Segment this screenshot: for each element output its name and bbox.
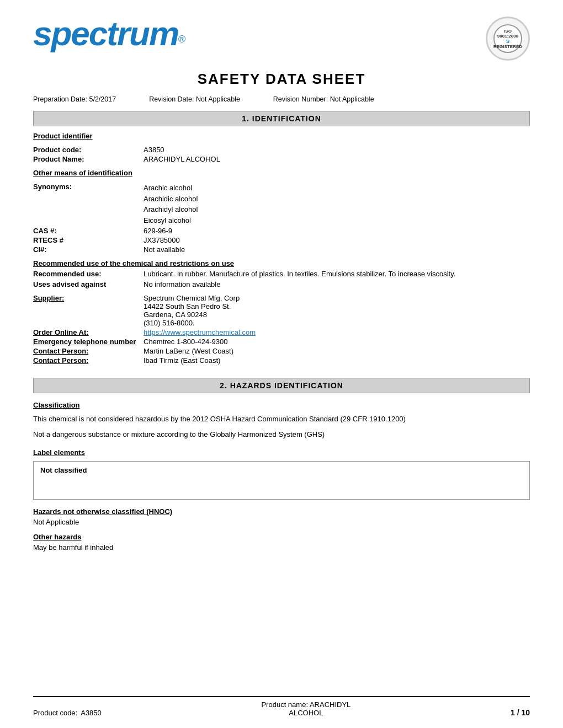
not-classified-box: Not classified xyxy=(33,461,530,500)
contact1-row: Contact Person: Martin LaBenz (West Coas… xyxy=(33,347,530,355)
rec-use-section-label: Recommended use of the chemical and rest… xyxy=(33,259,530,267)
other-means-label: Other means of identification xyxy=(33,169,530,177)
other-hazards-label: Other hazards xyxy=(33,533,530,541)
rev-num-field: Revision Number: Not Applicable xyxy=(273,95,374,103)
contact2-label: Contact Person: xyxy=(33,356,144,365)
synonym-4: Eicosyl alcohol xyxy=(144,215,198,226)
rec-use-row: Recommended use: Lubricant. In rubber. M… xyxy=(33,270,530,278)
contact2-val: Ibad Tirmiz (East Coast) xyxy=(144,356,220,365)
supplier-addr1: 14422 South San Pedro St. xyxy=(144,302,240,311)
order-online-url[interactable]: https://www.spectrumchemical.com xyxy=(144,328,256,336)
footer-product-code-label: Product code: xyxy=(33,709,77,717)
rev-num-val: Not Applicable xyxy=(330,95,374,103)
section2-content: Classification This chemical is not cons… xyxy=(33,401,530,552)
spectrum-logo: spectrum® xyxy=(33,17,185,51)
footer-product-name-val: ARACHIDYL xyxy=(310,700,350,709)
rev-date-label: Revision Date: xyxy=(149,95,194,103)
rec-use-val: Lubricant. In rubber. Manufacture of pla… xyxy=(144,270,530,278)
supplier-name: Spectrum Chemical Mfg. Corp xyxy=(144,294,240,302)
product-code-label: Product code: xyxy=(33,146,144,154)
supplier-address: Spectrum Chemical Mfg. Corp 14422 South … xyxy=(144,294,240,327)
cas-label: CAS #: xyxy=(33,227,144,235)
iso-registered: REGISTERED xyxy=(493,44,522,49)
page-footer: Product code: A3850 Product name: ARACHI… xyxy=(33,696,530,717)
emergency-row: Emergency telephone number Chemtrec 1-80… xyxy=(33,338,530,346)
footer-product-code-val: A3850 xyxy=(81,709,102,717)
product-code-row: Product code: A3850 xyxy=(33,146,530,154)
hnoc-label: Hazards not otherwise classified (HNOC) xyxy=(33,507,530,516)
rev-date-field: Revision Date: Not Applicable xyxy=(149,95,240,103)
footer-left: Product code: A3850 xyxy=(33,709,102,717)
footer-product-name-val2: ALCOHOL xyxy=(289,709,323,717)
page-header: spectrum® ISO 9001:2008 S REGISTERED xyxy=(33,17,530,61)
cas-row: CAS #: 629-96-9 xyxy=(33,227,530,235)
other-means-group: Other means of identification xyxy=(33,169,530,177)
footer-page: 1 / 10 xyxy=(511,708,530,717)
synonym-1: Arachic alcohol xyxy=(144,183,198,194)
ci-row: CI#: Not available xyxy=(33,245,530,254)
footer-product-name-label: Product name: xyxy=(261,700,308,709)
synonyms-list: Arachic alcohol Arachidic alcohol Arachi… xyxy=(144,183,198,226)
emergency-label: Emergency telephone number xyxy=(33,338,144,346)
rev-date-val: Not Applicable xyxy=(196,95,240,103)
product-identifier-group: Product identifier xyxy=(33,132,530,140)
classification-label: Classification xyxy=(33,401,530,409)
prep-date-label: Preparation Date: xyxy=(33,95,87,103)
rtecs-val: JX3785000 xyxy=(144,236,530,244)
supplier-label: Supplier: xyxy=(33,294,144,327)
uses-advised-label: Uses advised against xyxy=(33,280,144,288)
rtecs-row: RTECS # JX3785000 xyxy=(33,236,530,244)
ci-val: Not available xyxy=(144,245,530,254)
synonyms-label: Synonyms: xyxy=(33,183,144,226)
product-name-val: ARACHIDYL ALCOHOL xyxy=(144,155,530,163)
synonym-2: Arachidic alcohol xyxy=(144,194,198,205)
rev-num-label: Revision Number: xyxy=(273,95,328,103)
order-online-row: Order Online At: https://www.spectrumche… xyxy=(33,328,530,336)
cas-val: 629-96-9 xyxy=(144,227,530,235)
uses-advised-row: Uses advised against No information avai… xyxy=(33,280,530,288)
contact1-val: Martin LaBenz (West Coast) xyxy=(144,347,233,355)
section2-header: 2. HAZARDS IDENTIFICATION xyxy=(33,378,530,393)
not-classified-val: Not classified xyxy=(40,466,87,474)
classification-text1: This chemical is not considered hazardou… xyxy=(33,414,530,425)
order-online-label: Order Online At: xyxy=(33,328,144,336)
contact1-label: Contact Person: xyxy=(33,347,144,355)
supplier-addr2: Gardena, CA 90248 xyxy=(144,311,240,319)
product-name-row: Product Name: ARACHIDYL ALCOHOL xyxy=(33,155,530,163)
synonyms-block: Synonyms: Arachic alcohol Arachidic alco… xyxy=(33,183,530,226)
footer-center: Product name: ARACHIDYL ALCOHOL xyxy=(261,700,350,717)
iso-label: ISO 9001:2008 xyxy=(495,29,521,39)
prep-date-val: 5/2/2017 xyxy=(89,95,116,103)
iso-s-letter: S xyxy=(506,39,509,44)
supplier-row: Supplier: Spectrum Chemical Mfg. Corp 14… xyxy=(33,294,530,327)
contact2-row: Contact Person: Ibad Tirmiz (East Coast) xyxy=(33,356,530,365)
logo-text: spectrum xyxy=(33,14,178,52)
emergency-val: Chemtrec 1-800-424-9300 xyxy=(144,338,227,346)
rtecs-label: RTECS # xyxy=(33,236,144,244)
page-title: SAFETY DATA SHEET xyxy=(33,71,530,88)
product-name-label: Product Name: xyxy=(33,155,144,163)
other-hazards-val: May be harmful if inhaled xyxy=(33,543,530,552)
logo-registered: ® xyxy=(178,34,185,45)
section1-content: Product identifier Product code: A3850 P… xyxy=(33,132,530,378)
product-identifier-label: Product identifier xyxy=(33,132,530,140)
synonym-3: Arachidyl alcohol xyxy=(144,204,198,215)
prep-line: Preparation Date: 5/2/2017 Revision Date… xyxy=(33,95,530,103)
product-code-val: A3850 xyxy=(144,146,530,154)
ci-label: CI#: xyxy=(33,245,144,254)
rec-use-label: Recommended use: xyxy=(33,270,144,278)
hnoc-val: Not Applicable xyxy=(33,518,530,526)
section1-header: 1. IDENTIFICATION xyxy=(33,111,530,126)
supplier-phone: (310) 516-8000. xyxy=(144,319,240,327)
prep-date-field: Preparation Date: 5/2/2017 xyxy=(33,95,116,103)
uses-advised-val: No information available xyxy=(144,280,530,288)
iso-badge: ISO 9001:2008 S REGISTERED xyxy=(486,17,530,61)
classification-text2: Not a dangerous substance or mixture acc… xyxy=(33,429,530,440)
label-elements-label: Label elements xyxy=(33,448,530,457)
